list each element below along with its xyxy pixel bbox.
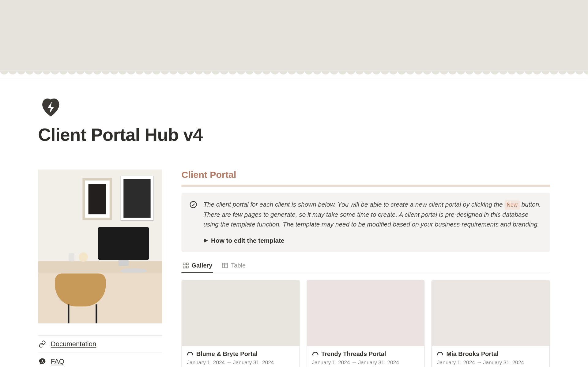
card-title: Blume & Bryte Portal (196, 350, 258, 357)
card-date-range: January 1, 2024 → January 31, 2024 (312, 360, 419, 365)
page-title[interactable]: Client Portal Hub v4 (38, 125, 550, 145)
callout-toggle-label: How to edit the template (211, 235, 284, 245)
check-circle-icon (189, 200, 198, 245)
svg-rect-3 (186, 263, 188, 265)
svg-rect-2 (183, 263, 185, 265)
side-hero-image (38, 170, 162, 324)
callout-text: The client portal for each client is sho… (203, 201, 504, 208)
page-icon-heart-bolt[interactable] (38, 94, 63, 120)
gallery-icon (182, 262, 189, 269)
callout-block[interactable]: The client portal for each client is sho… (181, 193, 550, 252)
card-title: Mia Brooks Portal (446, 350, 498, 357)
svg-rect-5 (186, 266, 188, 268)
side-links-list: Documentation FAQ (38, 335, 162, 367)
callout-toggle[interactable]: ▶ How to edit the template (203, 235, 542, 245)
tab-gallery[interactable]: Gallery (181, 260, 213, 273)
database-tabs: Gallery Table (181, 260, 550, 273)
portal-card[interactable]: Blume & Bryte Portal January 1, 2024 → J… (181, 280, 300, 367)
new-pill: New (504, 200, 520, 210)
svg-point-1 (190, 201, 197, 208)
svg-rect-6 (223, 263, 228, 268)
card-date-range: January 1, 2024 → January 31, 2024 (187, 360, 294, 365)
link-label: Documentation (51, 340, 96, 348)
svg-rect-4 (183, 266, 185, 268)
card-cover (432, 280, 549, 346)
rainbow-icon (187, 352, 193, 356)
rainbow-icon (437, 352, 443, 356)
chat-icon (38, 357, 47, 366)
card-date-range: January 1, 2024 → January 31, 2024 (437, 360, 544, 365)
link-label: FAQ (51, 358, 64, 365)
section-heading[interactable]: Client Portal (181, 170, 550, 181)
section-divider (181, 185, 550, 187)
cover-banner (0, 0, 588, 74)
gallery-view: Blume & Bryte Portal January 1, 2024 → J… (181, 280, 550, 367)
portal-card[interactable]: Mia Brooks Portal January 1, 2024 → Janu… (432, 280, 550, 367)
card-cover (307, 280, 424, 346)
link-icon (38, 340, 47, 348)
card-title: Trendy Threads Portal (321, 350, 386, 357)
svg-point-0 (42, 360, 43, 361)
link-faq[interactable]: FAQ (38, 353, 162, 367)
card-cover (182, 280, 299, 346)
tab-label: Gallery (192, 262, 213, 269)
table-icon (222, 262, 228, 269)
portal-card[interactable]: Trendy Threads Portal January 1, 2024 → … (307, 280, 425, 367)
triangle-right-icon: ▶ (204, 237, 208, 244)
rainbow-icon (312, 352, 318, 356)
tab-table[interactable]: Table (221, 260, 247, 273)
link-documentation[interactable]: Documentation (38, 335, 162, 353)
tab-label: Table (231, 262, 246, 269)
